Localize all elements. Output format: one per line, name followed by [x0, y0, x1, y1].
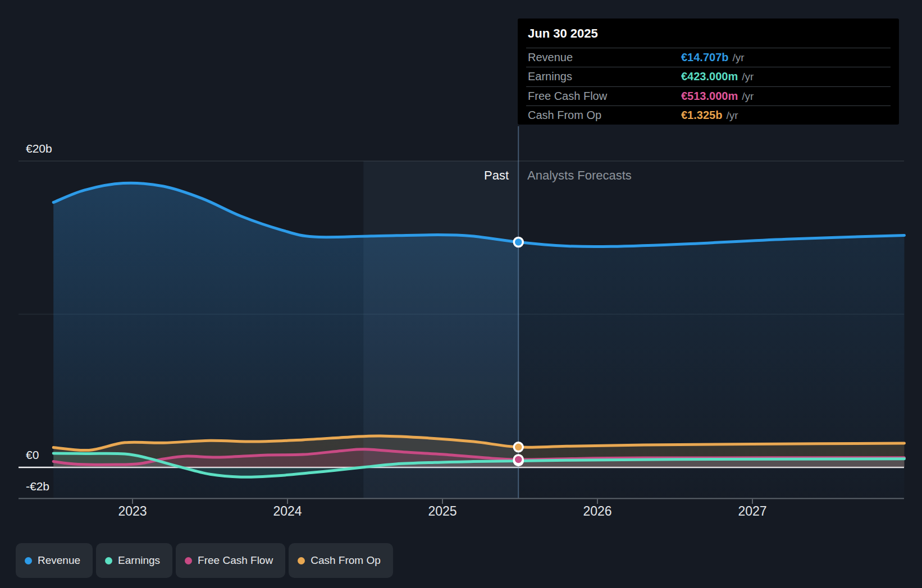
- revenue-dot-icon: [25, 557, 32, 564]
- free-cash-flow-marker: [514, 455, 523, 464]
- legend-label: Revenue: [38, 554, 80, 567]
- revenue-marker: [514, 237, 523, 246]
- legend-label: Cash From Op: [311, 554, 381, 567]
- past-zone-label: Past: [484, 168, 509, 183]
- x-axis-label: 2025: [428, 504, 457, 519]
- tooltip-label: Revenue: [528, 51, 573, 64]
- analysts-forecasts-zone-label: Analysts Forecasts: [527, 168, 632, 183]
- chart-legend: Revenue Earnings Free Cash Flow Cash Fro…: [16, 543, 393, 578]
- tooltip-unit: /yr: [733, 52, 745, 64]
- tooltip-label: Free Cash Flow: [528, 90, 607, 103]
- legend-item-free-cash-flow[interactable]: Free Cash Flow: [176, 543, 285, 578]
- legend-item-earnings[interactable]: Earnings: [96, 543, 172, 578]
- earnings-dot-icon: [105, 557, 112, 564]
- cash-from-op-dot-icon: [298, 557, 305, 564]
- x-axis-label: 2027: [738, 504, 766, 519]
- legend-label: Free Cash Flow: [198, 554, 273, 567]
- x-axis-label: 2026: [583, 504, 611, 519]
- tooltip-value: €1.325b: [681, 109, 722, 122]
- legend-item-cash-from-op[interactable]: Cash From Op: [289, 543, 393, 578]
- x-axis-label: 2024: [273, 504, 302, 519]
- chart-tooltip: Jun 30 2025 Revenue €14.707b /yr Earning…: [518, 19, 899, 125]
- y-axis-label: -€2b: [26, 480, 49, 493]
- y-axis-label: €20b: [26, 142, 52, 155]
- y-axis-label: €0: [26, 448, 39, 462]
- tooltip-label: Earnings: [528, 70, 572, 83]
- tooltip-unit: /yr: [742, 71, 754, 83]
- tooltip-row-earnings: Earnings €423.000m /yr: [526, 67, 891, 86]
- legend-label: Earnings: [118, 554, 160, 567]
- past-year-highlight-band: [363, 161, 518, 499]
- free-cash-flow-dot-icon: [185, 557, 192, 564]
- cash-from-op-marker: [514, 443, 523, 452]
- tooltip-value: €423.000m: [681, 70, 738, 83]
- tooltip-unit: /yr: [742, 90, 754, 103]
- tooltip-row-free-cash-flow: Free Cash Flow €513.000m /yr: [526, 86, 891, 105]
- financial-forecast-chart: Past Analysts Forecasts Jun 30 2025 Reve…: [0, 0, 922, 588]
- tooltip-label: Cash From Op: [528, 109, 601, 122]
- tooltip-row-cash-from-op: Cash From Op €1.325b /yr: [526, 105, 891, 125]
- tooltip-value: €513.000m: [681, 90, 738, 103]
- legend-item-revenue[interactable]: Revenue: [16, 543, 93, 578]
- tooltip-row-revenue: Revenue €14.707b /yr: [526, 48, 891, 67]
- tooltip-unit: /yr: [726, 109, 738, 122]
- tooltip-value: €14.707b: [681, 51, 729, 64]
- tooltip-date: Jun 30 2025: [518, 19, 899, 48]
- x-axis-label: 2023: [118, 504, 147, 519]
